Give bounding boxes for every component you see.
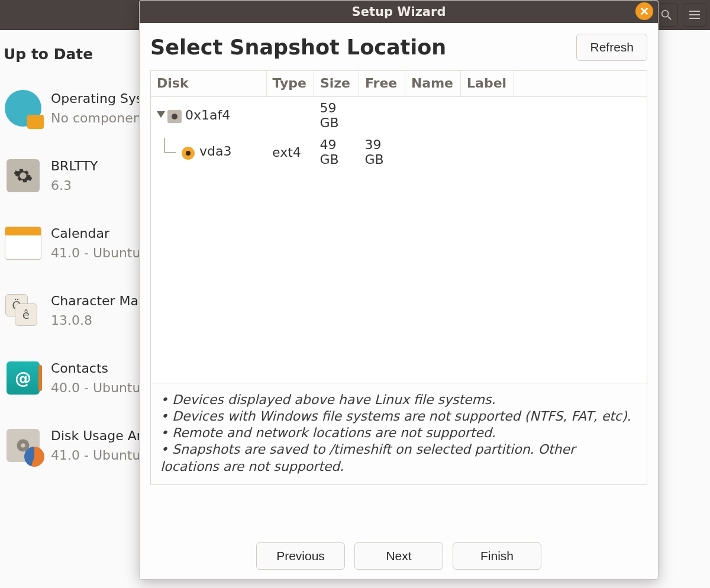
wizard-title: Setup Wizard	[352, 5, 446, 19]
disk-name: 0x1af4	[185, 108, 230, 122]
disk-usage-icon	[7, 429, 40, 462]
note-line: • Devices displayed above have Linux fil…	[160, 392, 637, 408]
col-type[interactable]: Type	[266, 71, 314, 97]
svg-point-0	[662, 11, 669, 17]
disk-table: Disk Type Size Free Name Label 0x1af459 …	[150, 70, 647, 383]
table-row[interactable]: 0x1af459 GB	[151, 97, 647, 134]
col-free[interactable]: Free	[359, 71, 405, 97]
table-header-row: Disk Type Size Free Name Label	[151, 71, 647, 97]
setup-wizard-dialog: Setup Wizard Select Snapshot Location Re…	[139, 0, 659, 580]
hamburger-menu-button[interactable]	[683, 3, 706, 27]
hamburger-icon	[689, 11, 700, 19]
app-name: BRLTTY	[51, 159, 98, 173]
popos-icon	[5, 90, 41, 127]
col-name[interactable]: Name	[405, 71, 460, 97]
charmap-icon: Öê	[5, 294, 41, 327]
calendar-icon	[5, 227, 41, 260]
wizard-footer: Previous Next Finish	[140, 529, 658, 579]
app-name: Operating Sys	[51, 91, 143, 106]
app-subtext: 41.0 - Ubuntu	[51, 245, 140, 260]
tree-branch-icon	[160, 144, 178, 160]
app-subtext: 40.0 - Ubuntu	[51, 380, 140, 395]
contacts-icon: @	[7, 361, 40, 395]
note-line: • Remote and network locations are not s…	[160, 425, 637, 441]
close-icon	[640, 7, 648, 15]
svg-marker-6	[157, 111, 165, 118]
cell-free: 39 GB	[359, 134, 405, 170]
wizard-titlebar: Setup Wizard	[140, 1, 658, 23]
close-button[interactable]	[635, 2, 653, 20]
app-name: Character Map	[51, 293, 147, 308]
note-line: • Devices with Windows file systems are …	[160, 408, 637, 425]
next-button[interactable]: Next	[354, 542, 443, 570]
cell-type: ext4	[266, 134, 314, 170]
note-line: • Snapshots are saved to /timeshift on s…	[160, 441, 637, 474]
info-notes: • Devices displayed above have Linux fil…	[150, 383, 647, 485]
col-label[interactable]: Label	[461, 71, 514, 97]
app-subtext: 6.3	[51, 178, 98, 193]
cell-name	[405, 134, 460, 170]
svg-line-1	[668, 17, 672, 20]
disk-icon	[167, 110, 182, 123]
gear-icon	[7, 159, 40, 192]
cell-type	[266, 97, 314, 134]
table-row[interactable]: vda3ext449 GB39 GB	[151, 134, 647, 170]
finish-button[interactable]: Finish	[453, 542, 541, 570]
cell-label	[461, 97, 514, 134]
expand-toggle[interactable]	[157, 111, 165, 119]
cell-label	[461, 134, 514, 170]
col-disk[interactable]: Disk	[151, 71, 266, 97]
cell-name	[405, 97, 460, 134]
app-subtext: 13.0.8	[51, 313, 147, 328]
partition-icon	[182, 147, 195, 160]
partition-name: vda3	[199, 144, 231, 159]
search-icon	[660, 8, 673, 21]
cell-free	[359, 97, 405, 134]
previous-button[interactable]: Previous	[256, 542, 345, 570]
app-name: Contacts	[51, 361, 140, 376]
page-heading: Select Snapshot Location	[150, 35, 446, 59]
col-size[interactable]: Size	[314, 71, 359, 97]
cell-size: 59 GB	[314, 97, 359, 134]
cell-size: 49 GB	[314, 134, 359, 170]
refresh-button[interactable]: Refresh	[576, 34, 647, 61]
app-subtext: No componen	[51, 111, 143, 125]
svg-point-3	[21, 444, 25, 448]
app-name: Calendar	[51, 226, 140, 241]
col-spacer	[514, 71, 647, 97]
